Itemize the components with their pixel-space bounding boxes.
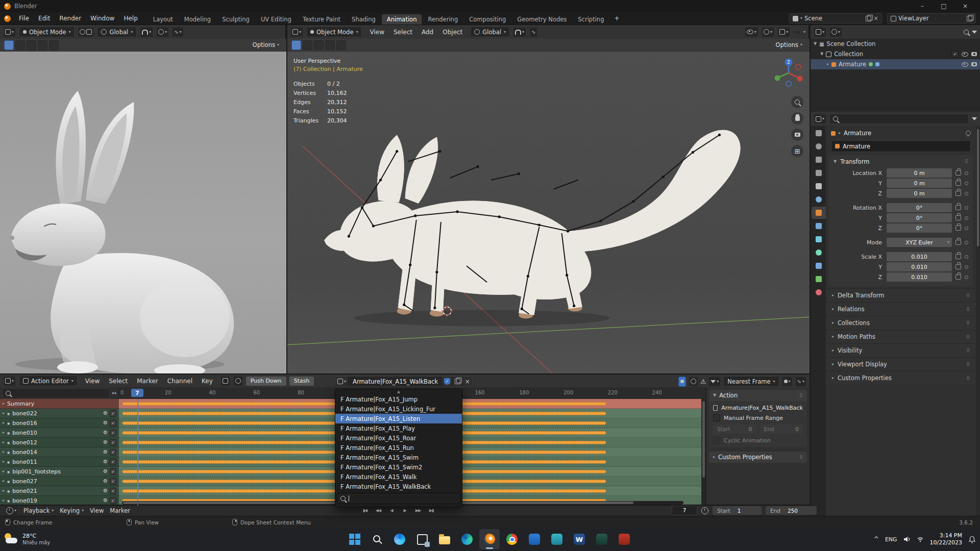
maximize-button[interactable]: □ [933, 0, 954, 12]
properties-tab-modifiers[interactable] [812, 220, 826, 232]
dropdown-item-f-armature-fox-a15-jump[interactable]: F Armature|Fox_A15_Jump [335, 394, 462, 404]
taskbar-app-teal-button[interactable] [547, 529, 567, 549]
viewport-menu-object[interactable]: Object [438, 26, 467, 38]
options-dropdown[interactable]: Options▾ [250, 40, 282, 49]
workspace-tab-texture-paint[interactable]: Texture Paint [298, 14, 346, 24]
expand-icon[interactable]: ↔ [112, 390, 116, 396]
dope-menu-marker[interactable]: Marker [132, 374, 162, 387]
options-dropdown[interactable]: Options▾ [773, 40, 805, 49]
channel-bone011[interactable]: ▸●bone011⚙✓ [0, 457, 119, 467]
property-value-field[interactable]: 0° [887, 213, 952, 222]
taskbar-google-chrome-button[interactable] [502, 529, 522, 549]
visibility-dropdown[interactable]: ▾ [745, 27, 758, 37]
viewport-left[interactable]: Options▾ [0, 39, 287, 373]
dropdown-item-f-armature-fox-a15-walkback[interactable]: F Armature|Fox_A15_WalkBack [335, 482, 462, 491]
property-value-field[interactable]: 0.010 [887, 262, 952, 271]
current-frame-badge[interactable]: 7 [131, 389, 143, 397]
tweak-tool-button[interactable] [4, 40, 14, 50]
manual-frame-range-row[interactable]: Manual Frame Range [713, 414, 803, 421]
proportional-edit-toggle[interactable]: ▾ [782, 377, 793, 387]
object-name-field[interactable]: Armature [831, 140, 971, 152]
cursor-tool-button[interactable] [49, 40, 59, 50]
properties-tab-world[interactable] [812, 193, 826, 206]
viewlayer-selector[interactable]: ViewLayer [887, 13, 976, 23]
properties-tab-tool[interactable] [812, 127, 826, 139]
notification-bell-icon[interactable] [968, 536, 976, 543]
playback-menu-keying[interactable]: Keying▾ [60, 507, 84, 514]
lock-icon[interactable] [955, 215, 961, 220]
channel-bip001-footsteps[interactable]: ▸●bip001_footsteps⚙✓ [0, 467, 119, 477]
lock-icon[interactable] [955, 191, 961, 196]
chevron-right-icon[interactable]: ▸ [3, 402, 5, 406]
current-frame-field[interactable]: 7 [672, 506, 697, 515]
workspace-tab-shading[interactable]: Shading [347, 14, 381, 24]
lock-icon[interactable] [955, 170, 961, 176]
animate-dot-icon[interactable] [965, 276, 968, 279]
dropdown-item-f-armature-fox-a15-roar[interactable]: F Armature|Fox_A15_Roar [335, 433, 462, 443]
layered-action-button[interactable] [220, 376, 230, 386]
animate-dot-icon[interactable] [965, 206, 968, 210]
channel-bone010[interactable]: ▸●bone010⚙✓ [0, 428, 119, 438]
chevron-down-icon[interactable]: ▼ [814, 42, 817, 46]
dope-menu-key[interactable]: Key [197, 374, 217, 387]
frame-start-field[interactable]: Start1 [713, 506, 762, 515]
lock-icon[interactable] [955, 264, 961, 269]
dope-menu-channel[interactable]: Channel [163, 374, 197, 387]
panel-viewport-display[interactable]: ▸Viewport Display⠿ [826, 357, 976, 371]
add-workspace-button[interactable]: + [609, 12, 624, 24]
unlink-action-button[interactable]: × [463, 377, 472, 386]
modifier-icon[interactable]: ⚙ [103, 488, 108, 493]
taskbar-windows-start-button[interactable] [345, 529, 365, 549]
language-indicator[interactable]: ENG [885, 536, 897, 543]
tweak-action-button[interactable] [233, 376, 243, 386]
select-lasso-tool-button[interactable] [325, 40, 335, 50]
workspace-tab-scripting[interactable]: Scripting [573, 14, 609, 24]
mode-dropdown[interactable]: Object Mode▾ [306, 27, 362, 37]
action-field[interactable]: Armature|Fox_A15_WalkBack [713, 405, 803, 411]
editor-type-button[interactable]: ▾ [814, 114, 826, 124]
orientation-dropdown[interactable]: Global▾ [97, 27, 137, 37]
proportional-edit-dropdown[interactable]: ∿▾ [172, 27, 183, 37]
workspace-tab-compositing[interactable]: Compositing [464, 14, 511, 24]
chevron-right-icon[interactable]: ▸ [3, 469, 5, 473]
zoom-button[interactable] [791, 96, 803, 108]
search-icon[interactable] [964, 30, 969, 35]
custom-properties-panel-header[interactable]: ▸ Custom Properties ⠿ [709, 452, 807, 463]
action-panel-header[interactable]: ▼ Action ⠿ [709, 390, 807, 401]
editor-type-button[interactable]: ▾ [4, 506, 18, 516]
playback-menu-view[interactable]: View [90, 507, 104, 514]
channel-summary[interactable]: ▸Summary [0, 399, 119, 409]
keyframe-type-dropdown[interactable]: ∿▾ [795, 377, 806, 387]
properties-tab-physics[interactable] [812, 246, 826, 259]
cyclic-animation-row[interactable]: Cyclic Animation [713, 437, 803, 444]
editor-type-button[interactable]: ▾ [814, 27, 826, 37]
chevron-right-icon[interactable]: ▸ [3, 431, 5, 435]
property-value-field[interactable]: 0° [887, 223, 952, 233]
channel-enable-checkbox[interactable]: ✓ [110, 497, 116, 504]
channel-enable-checkbox[interactable]: ✓ [110, 468, 116, 475]
filter-icon[interactable] [972, 117, 977, 120]
panel-custom-properties[interactable]: ▸Custom Properties⠿ [826, 371, 976, 385]
outliner-item-scene-collection[interactable]: ▼▦Scene Collection [811, 39, 980, 49]
menu-file[interactable]: File [14, 12, 34, 24]
select-box-tool-button[interactable] [303, 40, 312, 50]
camera-view-button[interactable] [791, 129, 803, 141]
modifier-icon[interactable]: ⚙ [103, 498, 108, 503]
outliner-item-collection[interactable]: ▼Collection✓ [811, 49, 980, 59]
ortho-toggle-button[interactable]: ⊞ [791, 145, 803, 157]
animate-dot-icon[interactable] [965, 216, 968, 220]
properties-tab-render[interactable] [812, 140, 826, 153]
editor-type-button[interactable]: ▾ [3, 376, 16, 386]
modifier-icon[interactable]: ⚙ [103, 420, 108, 425]
weather-widget[interactable]: 28°C Nhiều mây [4, 530, 50, 549]
vertical-scrollbar[interactable] [701, 399, 705, 506]
cursor-tool-button[interactable] [336, 40, 346, 50]
property-value-field[interactable]: 0 m [887, 179, 952, 188]
channel-enable-checkbox[interactable]: ✓ [110, 459, 116, 465]
channel-bone022[interactable]: ▸●bone022⚙✓ [0, 409, 119, 418]
channel-search-input[interactable] [2, 388, 110, 398]
select-box-tool-button[interactable] [15, 40, 25, 50]
frame-end-field[interactable]: End250 [766, 506, 817, 515]
panel-visibility[interactable]: ▸Visibility⠿ [826, 343, 976, 357]
properties-scrollbar[interactable] [976, 126, 979, 516]
